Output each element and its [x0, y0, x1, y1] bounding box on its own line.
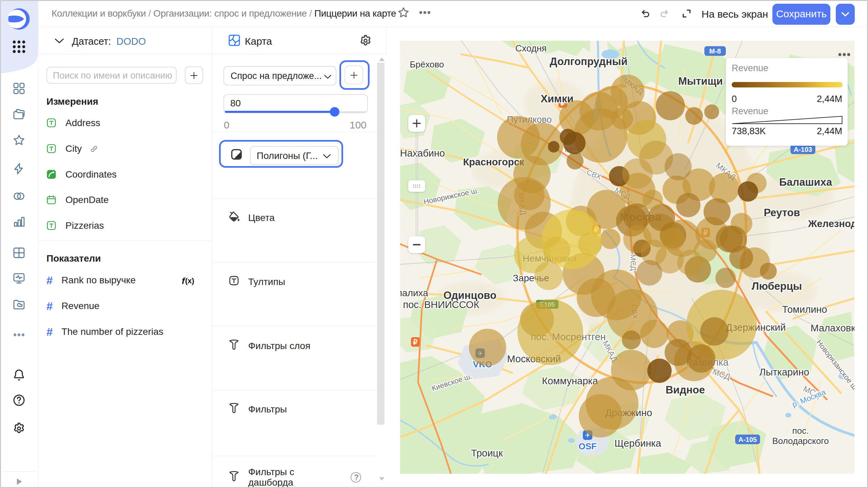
svg-text:пос. ВНИИССОК: пос. ВНИИССОК: [403, 299, 479, 310]
svg-text:₽: ₽: [413, 338, 418, 346]
svg-text:OSF: OSF: [578, 441, 596, 451]
svg-text:Долгопрудный: Долгопрудный: [550, 56, 627, 67]
svg-text:Троицк: Троицк: [471, 448, 503, 459]
svg-text:Сходня: Сходня: [515, 43, 547, 54]
svg-text:Железнодорож: Железнодорож: [808, 218, 854, 229]
svg-text:А-105: А-105: [738, 436, 757, 443]
svg-text:Реутов: Реутов: [764, 207, 800, 219]
svg-text:М-8: М-8: [709, 47, 721, 55]
svg-text:Нахабино: Нахабино: [400, 148, 445, 159]
svg-text:Балашиха: Балашиха: [779, 176, 832, 188]
svg-text:пос.: пос.: [792, 426, 809, 436]
svg-text:Люберцы: Люберцы: [752, 280, 802, 292]
svg-text:МСД: МСД: [629, 254, 638, 271]
svg-text:Брёхово: Брёхово: [410, 59, 444, 69]
svg-text:Мытищи: Мытищи: [678, 75, 723, 87]
svg-text:Опалиха: Опалиха: [400, 288, 428, 298]
svg-text:Володарского: Володарского: [772, 436, 829, 446]
svg-text:Видное: Видное: [666, 384, 705, 396]
svg-text:Томилино: Томилино: [782, 304, 827, 315]
svg-text:Малаховка: Малаховка: [811, 323, 854, 333]
svg-text:Коммунарка: Коммунарка: [542, 375, 598, 386]
svg-text:Лыткарино: Лыткарино: [759, 367, 809, 378]
svg-text:А-103: А-103: [794, 146, 812, 153]
svg-text:Щербинка: Щербинка: [614, 438, 662, 449]
